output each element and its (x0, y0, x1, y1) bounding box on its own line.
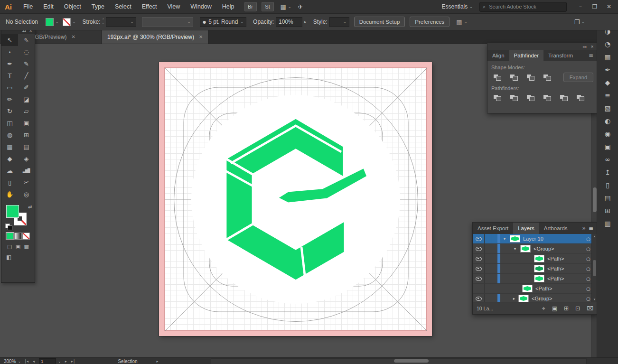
draw-inside-icon[interactable]: ▩ (24, 243, 29, 250)
minimize-button[interactable]: – (573, 3, 588, 10)
last-artboard-button[interactable]: ▸| (71, 359, 75, 364)
restore-button[interactable]: ❐ (588, 3, 602, 10)
layer-row[interactable]: ▸ <Group> ○ (473, 294, 597, 302)
target-circle-icon[interactable]: ○ (586, 256, 590, 261)
layer-row[interactable]: <Path> ○ (473, 284, 597, 294)
lock-cell[interactable] (485, 274, 491, 283)
layer-name[interactable]: <Path> (547, 266, 564, 271)
asset-export-icon[interactable]: ↥ (600, 166, 615, 178)
horizontal-scroll-thumb[interactable] (394, 359, 429, 363)
vertical-scroll-thumb[interactable] (593, 187, 597, 212)
locate-object-icon[interactable]: ⌖ (542, 305, 545, 312)
opacity-label[interactable]: Opacity: (253, 19, 274, 25)
artboard-tool[interactable]: ▯ (1, 177, 18, 188)
merge-button[interactable] (525, 93, 536, 102)
layer-thumbnail[interactable] (522, 285, 533, 292)
artboard-art-area[interactable] (164, 67, 427, 331)
perspective-grid-tool[interactable]: ⊞ (18, 129, 35, 141)
status-flyout-icon[interactable]: ▸ (157, 359, 159, 364)
tile-documents-button[interactable]: ❐ ⌄ (574, 19, 585, 26)
gpu-performance-button[interactable]: ✈ (298, 3, 303, 10)
curvature-tool[interactable]: ✎ (18, 58, 35, 70)
expand-panel-icon[interactable]: » (581, 223, 588, 234)
pencil-tool[interactable]: ✏ (1, 93, 18, 105)
magic-wand-tool[interactable]: ⋆ (1, 46, 18, 58)
lock-cell[interactable] (485, 254, 491, 263)
menu-effect[interactable]: Effect (137, 0, 162, 13)
target-circle-icon[interactable]: ○ (586, 236, 590, 242)
shape-builder-tool[interactable]: ◍ (1, 129, 18, 141)
menu-view[interactable]: View (162, 0, 185, 13)
artboard[interactable] (159, 62, 432, 336)
layer-thumbnail[interactable] (518, 295, 529, 302)
stock-button[interactable]: St (262, 2, 274, 11)
width-tool[interactable]: ◫ (1, 117, 18, 129)
gradient-icon[interactable]: ▧ (600, 102, 615, 114)
tab-pathfinder[interactable]: Pathfinder (509, 50, 543, 61)
brush-definition-dropdown[interactable]: ● 5 pt. Round ⌄ (200, 17, 246, 27)
chevron-down-icon[interactable]: ▾ (502, 236, 507, 241)
screen-mode-button[interactable]: ◧ (1, 250, 35, 261)
next-artboard-button[interactable]: ▸ (65, 359, 67, 364)
layers-icon[interactable]: ▤ (600, 191, 615, 204)
draw-normal-icon[interactable]: ▢ (7, 243, 12, 250)
eyedropper-tool[interactable]: ◆ (1, 153, 18, 165)
paintbrush-tool[interactable]: ✐ (18, 82, 35, 93)
transparency-icon[interactable]: ◐ (600, 114, 615, 127)
tab-align[interactable]: Align (487, 50, 509, 61)
lock-cell[interactable] (485, 294, 491, 302)
swap-fill-stroke-icon[interactable]: ⇄ (28, 204, 32, 209)
rectangle-tool[interactable]: ▭ (1, 82, 18, 93)
horizontal-scrollbar[interactable] (211, 358, 587, 364)
exclude-button[interactable] (542, 73, 552, 82)
style-label[interactable]: Style: (313, 19, 328, 25)
delete-selection-icon[interactable]: ⌧ (587, 305, 593, 312)
target-circle-icon[interactable]: ○ (586, 276, 590, 281)
scroll-down-icon[interactable]: ▼ (593, 298, 596, 301)
preferences-button[interactable]: Preferences (410, 17, 449, 27)
layer-row[interactable]: <Path> ○ (473, 274, 597, 284)
style-dropdown[interactable]: ⌄ (329, 17, 349, 27)
free-transform-tool[interactable]: ▣ (18, 117, 35, 129)
color-button[interactable] (6, 233, 14, 240)
lock-cell[interactable] (485, 234, 491, 243)
layer-name[interactable]: Layer 10 (523, 236, 543, 242)
gradient-button[interactable] (14, 233, 22, 240)
scroll-up-icon[interactable]: ▲ (593, 235, 596, 238)
fill-color-dropdown[interactable]: ⌄ (46, 18, 59, 26)
layer-name[interactable]: <Path> (547, 256, 564, 261)
layer-thumbnail[interactable] (510, 235, 520, 243)
align-icon[interactable]: ⊞ (600, 204, 615, 217)
lock-cell[interactable] (485, 264, 491, 273)
workspace-switcher[interactable]: Essentials ⌄ (442, 3, 473, 10)
layer-name[interactable]: <Path> (535, 286, 552, 291)
intersect-button[interactable] (525, 73, 536, 82)
unite-button[interactable] (492, 73, 503, 82)
pathfinder-icon[interactable]: ▥ (600, 217, 615, 230)
artboard-number-input[interactable] (39, 358, 56, 364)
tab-transform[interactable]: Transform (543, 50, 578, 61)
layer-name[interactable]: <Group> (532, 296, 552, 301)
width-profile-dropdown[interactable]: ⌄ (142, 17, 193, 27)
chevron-down-icon[interactable]: ▾ (513, 246, 517, 251)
close-panel-icon[interactable]: ✕ (590, 45, 594, 49)
layer-name[interactable]: <Path> (547, 276, 564, 281)
menu-help[interactable]: Help (217, 0, 240, 13)
zoom-tool[interactable]: ◎ (18, 188, 35, 200)
lasso-tool[interactable]: ◌ (18, 46, 35, 58)
symbols-icon[interactable]: ◆ (600, 76, 615, 89)
new-sublayer-icon[interactable]: ⊞ (564, 305, 569, 312)
chevron-right-icon[interactable]: ▸ (512, 296, 516, 301)
layer-thumbnail[interactable] (520, 245, 531, 252)
target-circle-icon[interactable]: ○ (586, 266, 590, 271)
menu-edit[interactable]: Edit (38, 0, 59, 13)
scroll-thumb[interactable] (593, 260, 596, 276)
hand-tool[interactable]: ✋ (1, 188, 18, 200)
column-graph-tool[interactable]: ▂▆▉ (18, 165, 35, 177)
slice-tool[interactable]: ✂ (18, 177, 35, 188)
layer-thumbnail[interactable] (534, 255, 544, 262)
hexagon-c-logo-artwork[interactable] (201, 104, 391, 294)
color-guide-icon[interactable]: ◔ (600, 37, 615, 50)
logo-background-circle[interactable] (191, 95, 400, 304)
bridge-button[interactable]: Br (244, 2, 257, 11)
